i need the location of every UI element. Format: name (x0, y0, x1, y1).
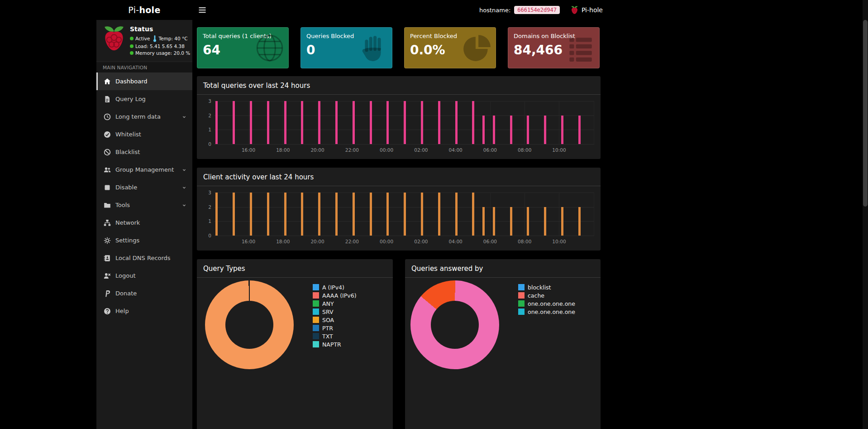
chart-bar (527, 116, 529, 144)
gridline (214, 144, 594, 145)
panel-title: Query Types (197, 259, 393, 278)
sidebar-item-logout[interactable]: Logout (96, 267, 192, 284)
x-tick-label: 16:00 (242, 147, 255, 153)
x-tick-label: 18:00 (276, 147, 290, 153)
sidebar-item-blacklist[interactable]: Blacklist (96, 143, 192, 161)
sidebar-item-label: Settings (115, 237, 139, 244)
status-info: Status Active Temp: 40 °C Load: 5.41 5.6… (130, 24, 190, 57)
sidebar-item-dashboard[interactable]: Dashboard (96, 72, 192, 90)
gears-icon (104, 237, 111, 244)
legend-swatch (313, 333, 319, 339)
gridline (594, 193, 594, 236)
chart-bar (493, 207, 495, 236)
legend-swatch (313, 284, 319, 290)
legend-item: TXT (313, 332, 357, 340)
x-tick-label: 02:00 (414, 147, 428, 153)
chart-bar (438, 193, 440, 236)
status-memory-row: Memory usage: 20.0 % (130, 50, 190, 56)
legend-label: cache (528, 292, 544, 299)
status-temp-label: Temp: 40 °C (158, 36, 187, 41)
x-tick-label: 10:00 (552, 147, 566, 153)
legend-swatch (313, 292, 319, 299)
sidebar-item-network[interactable]: Network (96, 214, 192, 231)
x-tick-label: 08:00 (518, 239, 531, 244)
raspberry-logo (102, 24, 126, 57)
sidebar-item-tools[interactable]: Tools (96, 196, 192, 214)
panel-title: Queries answered by (405, 259, 601, 278)
total-queries-panel: Total queries over last 24 hours 012316:… (197, 76, 601, 159)
query-types-legend: A (IPv4)AAAA (IPv6)ANYSRVSOAPTRTXTNAPTR (313, 280, 357, 369)
chart-bar (318, 193, 320, 236)
users-icon (104, 166, 111, 174)
chart-bar (544, 116, 546, 144)
chart-bar (301, 101, 303, 144)
chart-bar (267, 193, 269, 236)
status-box: Status Active Temp: 40 °C Load: 5.41 5.6… (96, 20, 192, 62)
brand[interactable]: Pi-hole (96, 0, 192, 20)
legend-item: A (IPv4) (313, 283, 357, 291)
sidebar-item-label: Dashboard (115, 78, 148, 85)
queries-answered-by-body: blocklistcacheone.one.one.oneone.one.one… (405, 278, 601, 369)
chevron-down-icon (181, 202, 187, 208)
x-tick-label: 04:00 (449, 147, 463, 153)
legend-label: blocklist (528, 284, 551, 291)
raspberry-icon (571, 5, 578, 14)
status-active-row: Active Temp: 40 °C (130, 35, 190, 42)
sidebar-item-donate[interactable]: Donate (96, 284, 192, 302)
card-domains-on-blocklist: Domains on Blocklist84,466 (508, 27, 600, 68)
scrollbar-thumb[interactable] (863, 20, 868, 207)
legend-item: ANY (313, 299, 357, 308)
legend-item: one.one.one.one (518, 299, 575, 308)
address-book-icon (104, 255, 111, 262)
chart-bar (578, 116, 581, 144)
legend-label: one.one.one.one (528, 300, 575, 307)
sidebar: Status Active Temp: 40 °C Load: 5.41 5.6… (96, 20, 192, 429)
chevron-down-icon (181, 114, 187, 120)
query-types-panel: Query Types A (IPv4)AAAA (IPv6)ANYSRVSOA… (197, 259, 393, 429)
sidebar-item-label: Query Log (115, 96, 146, 102)
chart-bar (267, 101, 269, 144)
x-tick-label: 06:00 (483, 147, 497, 153)
gridline (248, 101, 249, 144)
card-queries-blocked: Queries Blocked0 (300, 27, 392, 68)
hamburger-menu-icon[interactable] (198, 5, 207, 14)
legend-swatch (313, 300, 319, 307)
sidebar-item-help[interactable]: Help (96, 302, 192, 320)
total-queries-over-time-plot: 012316:0018:0020:0022:0000:0002:0004:000… (214, 101, 594, 144)
chart-bar (544, 207, 546, 236)
sidebar-item-whitelist[interactable]: Whitelist (96, 125, 192, 143)
chart-bar (386, 193, 389, 236)
legend-item: SOA (313, 316, 357, 324)
chart-bar (284, 101, 286, 144)
page-scrollbar[interactable] (863, 0, 868, 429)
sidebar-item-settings[interactable]: Settings (96, 231, 192, 249)
status-active-label: Active (135, 36, 150, 41)
chart-bar (455, 193, 458, 236)
chart-bar (404, 101, 406, 144)
sidebar-item-long-term-data[interactable]: Long term data (96, 108, 192, 125)
chart-bar (578, 207, 581, 236)
sidebar-item-group-management[interactable]: Group Management (96, 161, 192, 178)
sidebar-item-local-dns-records[interactable]: Local DNS Records (96, 249, 192, 267)
check-circle-icon (104, 131, 111, 138)
chart-bar (284, 193, 286, 236)
y-tick-label: 2 (201, 113, 211, 118)
sidebar-item-label: Logout (115, 272, 136, 279)
ban-icon (104, 149, 111, 156)
folder-icon (104, 202, 111, 209)
legend-item: SRV (313, 308, 357, 316)
chart-bar (370, 193, 372, 236)
y-tick-label: 1 (201, 218, 211, 224)
status-load-row: Load: 5.41 5.65 4.38 (130, 43, 190, 49)
file-icon (104, 96, 111, 103)
sidebar-item-query-log[interactable]: Query Log (96, 90, 192, 108)
clock-icon (104, 113, 111, 121)
home-icon (104, 78, 111, 85)
legend-label: PTR (322, 325, 333, 332)
sidebar-item-disable[interactable]: Disable (96, 178, 192, 196)
x-tick-label: 02:00 (414, 239, 428, 244)
chart-bar (421, 101, 423, 144)
x-tick-label: 22:00 (345, 239, 359, 244)
chart-bar (250, 193, 252, 236)
gridline (559, 101, 559, 144)
